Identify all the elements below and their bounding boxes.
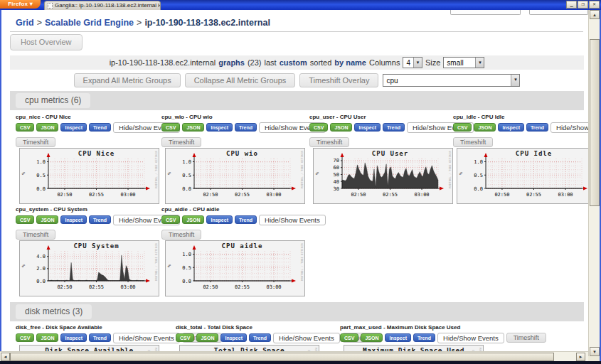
rrd-graph-title: Disk Space Available: [20, 346, 159, 351]
svg-text:CPU System: CPU System: [73, 242, 119, 250]
json-button[interactable]: JSON: [361, 333, 383, 342]
json-button[interactable]: JSON: [36, 215, 58, 224]
inspect-button[interactable]: Inspect: [385, 333, 411, 342]
json-button[interactable]: JSON: [182, 123, 204, 132]
h-scroll-thumb[interactable]: [10, 353, 554, 361]
json-button[interactable]: JSON: [474, 123, 496, 132]
trend-button[interactable]: Trend: [89, 215, 111, 224]
trend-button[interactable]: Trend: [383, 123, 405, 132]
timeshift-row: Timeshift: [16, 134, 159, 146]
trend-button[interactable]: Trend: [89, 333, 111, 342]
cutoff-input-box[interactable]: [450, 10, 521, 15]
v-scrollbar[interactable]: ▲ ▼: [588, 10, 600, 356]
rrd-graph-cpu_idle[interactable]: 0.00.51.002:5002:5503:00CPU Idle%RRDTOOL…: [457, 148, 588, 204]
trend-button[interactable]: Trend: [413, 333, 435, 342]
trend-button[interactable]: Trend: [249, 333, 271, 342]
firefox-menu-button[interactable]: Firefox ▾: [0, 0, 41, 9]
scroll-left-button[interactable]: ◄: [1, 353, 10, 361]
timeshift-button[interactable]: Timeshift: [453, 137, 493, 147]
chevron-down-icon: ▼: [511, 75, 519, 86]
svg-text:0.0: 0.0: [182, 186, 191, 192]
rrd-graph-cpu_aidle[interactable]: 0.00.51.002:5002:5503:00CPU aidle%RRDTOO…: [165, 240, 305, 296]
breadcrumb-link-grid[interactable]: Grid: [16, 18, 34, 28]
rrd-graph-part_max_used[interactable]: Maximum Disk Space UsedRRDTOOL / TOBI OE…: [344, 345, 484, 351]
scroll-right-button[interactable]: ►: [576, 353, 585, 361]
minimize-button[interactable]: _: [566, 1, 577, 9]
timeshift-button[interactable]: Timeshift: [16, 137, 55, 147]
scroll-up-button[interactable]: ▲: [590, 10, 600, 19]
scroll-down-button[interactable]: ▼: [590, 347, 600, 356]
metric-meta-label: part_max_used - Maximum Disk Space Used: [340, 324, 501, 331]
json-button[interactable]: JSON: [182, 215, 204, 224]
metric-group-select[interactable]: cpu ▼: [383, 74, 520, 87]
last-label: last: [265, 58, 277, 67]
timeshift-button[interactable]: Timeshift: [16, 230, 55, 240]
svg-text:CPU Nice: CPU Nice: [78, 150, 115, 157]
graph-cell-disk_total: disk_total - Total Disk SpaceCSVJSONInsp…: [176, 324, 336, 351]
hide-show-events-button[interactable]: Hide/Show Events: [437, 333, 504, 343]
svg-text:02:50: 02:50: [494, 192, 509, 198]
csv-button[interactable]: CSV: [340, 333, 358, 342]
inspect-button[interactable]: Inspect: [354, 123, 381, 132]
restore-button[interactable]: ❐: [578, 1, 588, 9]
timeshift-button[interactable]: Timeshift: [161, 230, 201, 240]
h-scrollbar[interactable]: ◄ ►: [0, 351, 588, 361]
json-button[interactable]: JSON: [196, 333, 218, 342]
inspect-button[interactable]: Inspect: [498, 123, 524, 132]
inspect-button[interactable]: Inspect: [60, 215, 87, 224]
csv-button[interactable]: CSV: [176, 333, 194, 342]
trend-button[interactable]: Trend: [526, 123, 548, 132]
hide-show-events-button[interactable]: Hide/Show Events: [551, 122, 588, 133]
json-button[interactable]: JSON: [330, 123, 352, 132]
timeshift-button[interactable]: Timeshift: [506, 333, 546, 343]
rrd-graph-cpu_system[interactable]: 0.02.04.002:5002:5503:00CPU System%RRDTO…: [19, 240, 159, 296]
custom-link[interactable]: custom: [280, 58, 307, 67]
by-name-link[interactable]: by name: [334, 58, 366, 67]
hide-show-events-button[interactable]: Hide/Show Events: [113, 333, 180, 343]
timeshift-button[interactable]: Timeshift: [161, 137, 201, 147]
csv-button[interactable]: CSV: [16, 333, 34, 342]
inspect-button[interactable]: Inspect: [60, 333, 87, 342]
hide-show-events-button[interactable]: Hide/Show Events: [259, 215, 326, 225]
host-overview-tab[interactable]: Host Overview: [10, 34, 83, 50]
breadcrumb-link-cluster[interactable]: Scalable Grid Engine: [45, 18, 134, 28]
timeshift-overlay-button[interactable]: Timeshift Overlay: [299, 73, 378, 87]
csv-button[interactable]: CSV: [161, 215, 180, 224]
collapse-all-button[interactable]: Collapse All Metric Groups: [185, 73, 296, 87]
csv-button[interactable]: CSV: [16, 215, 34, 224]
browser-tab[interactable]: Ganglia:: ip-10-190-118-138.ec2.internal…: [44, 1, 161, 10]
rrd-graph-cpu_user[interactable]: 304050607002:5002:5503:00CPU User%RRDTOO…: [313, 148, 453, 204]
trend-button[interactable]: Trend: [235, 215, 257, 224]
v-scroll-thumb[interactable]: [590, 39, 600, 206]
rrd-graph-cpu_wio[interactable]: 0.00.51.002:5002:5503:00CPU wio%RRDTOOL …: [165, 148, 305, 204]
expand-all-button[interactable]: Expand All Metric Groups: [74, 73, 181, 87]
trend-button[interactable]: Trend: [235, 123, 257, 132]
json-button[interactable]: JSON: [36, 123, 58, 132]
inspect-button[interactable]: Inspect: [206, 215, 233, 224]
inspect-button[interactable]: Inspect: [206, 123, 233, 132]
rrd-graph-cpu_nice[interactable]: 0.00.51.002:5002:5503:00CPU Nice%RRDTOOL…: [19, 148, 159, 204]
cutoff-input-box[interactable]: [529, 10, 588, 15]
columns-select[interactable]: 4 ▼: [403, 57, 422, 68]
svg-text:02:50: 02:50: [57, 284, 72, 290]
json-button[interactable]: JSON: [36, 333, 58, 342]
csv-button[interactable]: CSV: [309, 123, 328, 132]
hide-show-events-button[interactable]: Hide/Show Events: [273, 333, 340, 343]
section-title-disk[interactable]: disk metrics (3): [16, 304, 92, 319]
chevron-down-icon: ▼: [413, 58, 422, 68]
size-select[interactable]: small ▼: [443, 57, 484, 68]
rrd-graph-disk_free[interactable]: Disk Space AvailableRRDTOOL / TOBI OETIK…: [19, 345, 159, 351]
csv-button[interactable]: CSV: [453, 123, 472, 132]
csv-button[interactable]: CSV: [161, 123, 180, 132]
rrd-graph-disk_total[interactable]: Total Disk SpaceRRDTOOL / TOBI OETIKER: [179, 345, 319, 351]
graphs-link[interactable]: graphs: [218, 58, 245, 67]
section-title-cpu[interactable]: cpu metrics (6): [16, 93, 90, 108]
trend-button[interactable]: Trend: [89, 123, 111, 132]
svg-text:%: %: [21, 172, 26, 175]
inspect-button[interactable]: Inspect: [220, 333, 247, 342]
close-button[interactable]: ✕: [589, 1, 600, 9]
csv-button[interactable]: CSV: [16, 123, 34, 132]
timeshift-row: Timeshift: [453, 134, 588, 146]
inspect-button[interactable]: Inspect: [60, 123, 87, 132]
timeshift-button[interactable]: Timeshift: [309, 137, 349, 147]
